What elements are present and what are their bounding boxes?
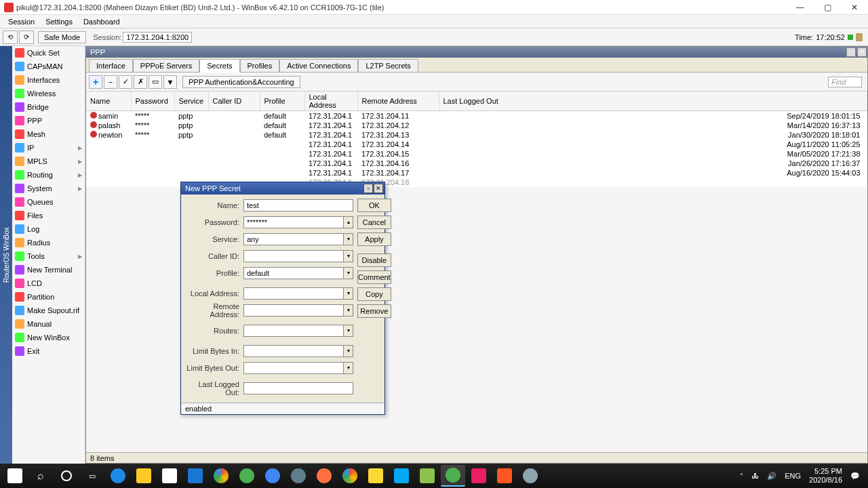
callerid-dropdown[interactable]: ▾: [344, 250, 353, 262]
remoteaddr-input[interactable]: [243, 304, 344, 317]
tray-network-icon[interactable]: 🖧: [751, 472, 759, 480]
callerid-input[interactable]: [243, 250, 344, 262]
sidebar-item-mesh[interactable]: Mesh: [12, 127, 85, 141]
sidebar-item-routing[interactable]: Routing▶: [12, 168, 85, 182]
explorer-icon[interactable]: [132, 465, 156, 487]
apply-button[interactable]: Apply: [357, 232, 391, 246]
cancel-button[interactable]: Cancel: [357, 216, 391, 229]
ppp-close-button[interactable]: ✕: [857, 47, 867, 57]
column-header[interactable]: Name: [86, 92, 131, 111]
find-input[interactable]: Find: [828, 77, 862, 87]
dialog-restore-button[interactable]: ▫: [363, 184, 373, 193]
taskview-button[interactable]: ▭: [80, 465, 104, 487]
profile-dropdown[interactable]: ▾: [344, 267, 353, 279]
sidebar-item-wireless[interactable]: Wireless: [12, 87, 85, 100]
localaddr-dropdown[interactable]: ▾: [344, 287, 353, 300]
limitin-input[interactable]: [243, 345, 344, 357]
app-icon-7[interactable]: [492, 465, 517, 487]
minimize-button[interactable]: —: [787, 0, 814, 15]
sidebar-item-partition[interactable]: Partition: [12, 290, 85, 304]
tab-interface[interactable]: Interface: [89, 59, 133, 72]
sidebar-item-mpls[interactable]: MPLS▶: [12, 155, 85, 168]
remove-button[interactable]: Remove: [357, 304, 391, 318]
sidebar-item-make-supout.rif[interactable]: Make Supout.rif: [12, 304, 85, 317]
notes-icon[interactable]: [363, 465, 388, 487]
disable-button[interactable]: ✗: [134, 75, 147, 89]
tab-secrets[interactable]: Secrets: [199, 59, 239, 73]
sidebar-item-lcd[interactable]: LCD: [12, 277, 85, 290]
tray-notification-icon[interactable]: 💬: [850, 472, 860, 481]
tab-profiles[interactable]: Profiles: [240, 59, 280, 72]
sidebar-item-new-terminal[interactable]: New Terminal: [12, 263, 85, 277]
app-icon-6[interactable]: [467, 465, 491, 487]
sidebar-item-system[interactable]: System▶: [12, 182, 85, 195]
dialog-titlebar[interactable]: New PPP Secret ▫ ✕: [181, 182, 384, 195]
table-row[interactable]: 172.31.204.1172.31.204.15Mar/05/2020 17:…: [86, 149, 867, 159]
sidebar-item-new-winbox[interactable]: New WinBox: [12, 331, 85, 344]
menu-session[interactable]: Session: [3, 16, 40, 27]
profile-input[interactable]: [243, 267, 344, 279]
app-icon-3[interactable]: [286, 465, 311, 487]
column-header[interactable]: Remote Address: [357, 92, 439, 111]
ok-button[interactable]: OK: [357, 199, 391, 212]
service-dropdown[interactable]: ▾: [344, 233, 353, 245]
tab-pppoe-servers[interactable]: PPPoE Servers: [133, 59, 199, 72]
sidebar-item-radius[interactable]: Radius: [12, 236, 85, 249]
column-header[interactable]: Last Logged Out: [439, 92, 867, 111]
tab-active-connections[interactable]: Active Connections: [279, 59, 358, 72]
name-input[interactable]: [243, 199, 353, 211]
table-row[interactable]: 172.31.204.1172.31.204.14Aug/11/2020 11:…: [86, 140, 867, 149]
password-toggle[interactable]: ▴: [344, 216, 353, 228]
cortana-button[interactable]: [54, 465, 79, 487]
ppp-titlebar[interactable]: PPP ▫ ✕: [86, 47, 867, 58]
outlook-icon[interactable]: [183, 465, 208, 487]
sidebar-item-interfaces[interactable]: Interfaces: [12, 73, 85, 87]
routes-dropdown[interactable]: ▾: [344, 325, 353, 337]
close-button[interactable]: ✕: [841, 0, 868, 15]
table-row[interactable]: samin*****pptpdefault172.31.204.1172.31.…: [86, 111, 867, 121]
menu-settings[interactable]: Settings: [40, 16, 78, 27]
sidebar-item-quick-set[interactable]: Quick Set: [12, 46, 85, 60]
sidebar-item-capsman[interactable]: CAPsMAN: [12, 60, 85, 73]
tray-volume-icon[interactable]: 🔊: [767, 472, 776, 481]
comment-button[interactable]: ▭: [149, 75, 162, 89]
sidebar-item-tools[interactable]: Tools▶: [12, 249, 85, 263]
tray-chevron-icon[interactable]: ˄: [740, 472, 743, 480]
enable-button[interactable]: ✓: [119, 75, 132, 89]
table-row[interactable]: 172.31.204.1172.31.204.16Jan/26/2020 17:…: [86, 159, 867, 168]
remoteaddr-dropdown[interactable]: ▾: [344, 304, 353, 317]
column-header[interactable]: Caller ID: [208, 92, 260, 111]
comment-button[interactable]: Comment: [357, 270, 391, 284]
app-icon-2[interactable]: [260, 465, 285, 487]
menu-dashboard[interactable]: Dashboard: [78, 16, 125, 27]
column-header[interactable]: Local Address: [304, 92, 357, 111]
table-row[interactable]: newton*****pptpdefault172.31.204.1172.31…: [86, 130, 867, 140]
app-icon-5[interactable]: [415, 465, 439, 487]
sidebar-item-bridge[interactable]: Bridge: [12, 100, 85, 114]
safe-mode-button[interactable]: Safe Mode: [38, 31, 86, 43]
column-header[interactable]: Profile: [260, 92, 304, 111]
disable-button[interactable]: Disable: [357, 253, 391, 267]
ppp-auth-button[interactable]: PPP Authentication&Accounting: [182, 76, 300, 88]
maximize-button[interactable]: ▢: [814, 0, 841, 15]
sidebar-item-manual[interactable]: Manual: [12, 317, 85, 331]
dialog-close-button[interactable]: ✕: [374, 184, 383, 193]
sidebar-item-log[interactable]: Log: [12, 222, 85, 236]
app-icon-8[interactable]: [518, 465, 542, 487]
copy-button[interactable]: Copy: [357, 287, 391, 301]
limitout-input[interactable]: [243, 362, 344, 374]
limitout-dropdown[interactable]: ▾: [344, 362, 353, 374]
service-input[interactable]: [243, 233, 344, 245]
sidebar-item-queues[interactable]: Queues: [12, 195, 85, 209]
sidebar-item-ppp[interactable]: PPP: [12, 114, 85, 127]
column-header[interactable]: Service: [174, 92, 208, 111]
firefox-icon[interactable]: [312, 465, 336, 487]
routes-input[interactable]: [243, 325, 344, 337]
sidebar-item-exit[interactable]: Exit: [12, 344, 85, 358]
search-button[interactable]: ⌕: [28, 465, 53, 487]
back-button[interactable]: ⟲: [3, 30, 18, 44]
remove-button[interactable]: −: [104, 75, 117, 89]
tray-lang[interactable]: ENG: [785, 472, 801, 480]
chrome-icon-2[interactable]: [338, 465, 362, 487]
sidebar-item-ip[interactable]: IP▶: [12, 141, 85, 155]
